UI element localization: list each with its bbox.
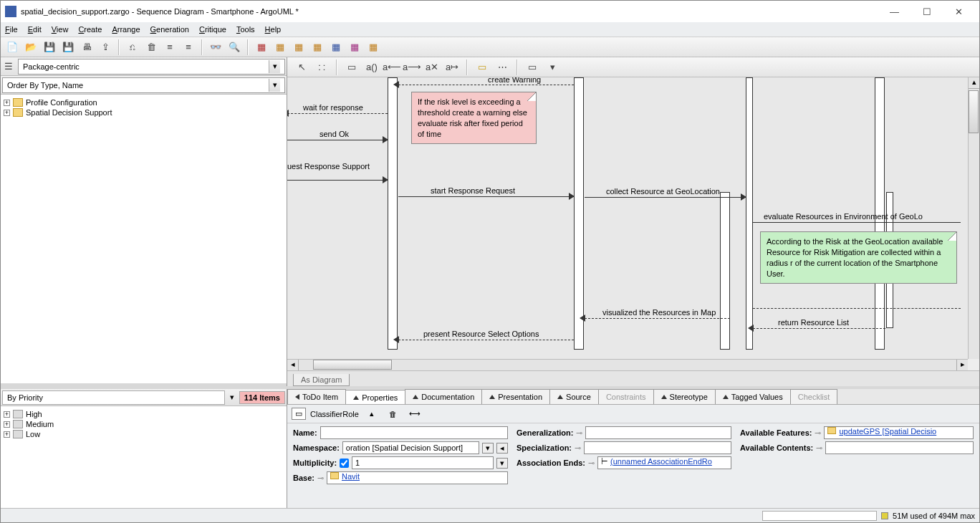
msg-evaluate[interactable]: evaluate Resources in Environment of Geo… [764, 212, 923, 221]
todo-high[interactable]: + High [4, 409, 284, 419]
rect-tool[interactable]: ▭ [524, 59, 541, 75]
msg-destroy-tool[interactable]: a✕ [423, 59, 441, 75]
msg-async-tool[interactable]: a↦ [443, 59, 461, 75]
tab-todo-item[interactable]: ToDo Item [287, 389, 346, 404]
avail-features-field[interactable]: updateGPS [Spatial Decisio [824, 426, 974, 439]
todo-low[interactable]: + Low [4, 429, 284, 439]
canvas-hscroll[interactable]: ◂ ▸ [287, 359, 968, 370]
msg-call-tool[interactable]: a() [363, 59, 380, 75]
menu-edit[interactable]: Edit [28, 25, 42, 34]
minimize-button[interactable]: — [878, 1, 911, 21]
multiplicity-check[interactable] [340, 459, 349, 468]
msg-create-warning[interactable]: create Warning [488, 77, 541, 84]
perspective-combo[interactable]: Package-centric ▾ [18, 59, 285, 75]
undo-button[interactable]: ⎌ [124, 39, 141, 55]
tab-tagged-values[interactable]: Tagged Values [715, 389, 791, 404]
msg-present[interactable]: present Resource Select Options [423, 330, 539, 338]
find-button[interactable]: 👓 [207, 39, 224, 55]
perspective-config-button[interactable]: ☰ [1, 59, 16, 75]
expand-icon[interactable]: + [4, 100, 10, 106]
diag4-button[interactable]: ▦ [309, 39, 326, 55]
namespace-combo[interactable]: oration [Spatial Decision Support] [342, 441, 479, 454]
activation-bar[interactable] [720, 192, 730, 350]
goto-button[interactable]: ⟷ [406, 406, 423, 422]
multiplicity-field[interactable] [352, 456, 494, 469]
activation-bar[interactable] [574, 77, 584, 350]
diag2-button[interactable]: ▦ [272, 39, 289, 55]
save-button[interactable]: 💾 [41, 39, 58, 55]
tab-properties[interactable]: Properties [345, 390, 405, 405]
as-diagram-tab[interactable]: As Diagram [287, 370, 979, 386]
expand-icon[interactable]: + [4, 421, 10, 428]
print-button[interactable]: 🖶 [78, 39, 95, 55]
msg-support[interactable]: uest Response Support [287, 162, 370, 171]
canvas-vscroll[interactable]: ▴ [968, 77, 979, 359]
generalization-field[interactable] [585, 426, 731, 439]
diag3-button[interactable]: ▦ [290, 39, 307, 55]
base-field[interactable]: Navit [327, 471, 508, 484]
tab-stereotype[interactable]: Stereotype [653, 389, 716, 404]
diag7-button[interactable]: ▦ [365, 39, 382, 55]
nav-back-button[interactable]: ≡ [161, 39, 178, 55]
comment-link-tool[interactable]: ⋯ [494, 59, 511, 75]
activation-bar[interactable] [388, 77, 398, 350]
order-combo[interactable]: Order By Type, Name ▾ [2, 77, 285, 93]
msg-return-tool[interactable]: a⟵ [383, 59, 400, 75]
delete-element-button[interactable]: 🗑 [385, 406, 402, 422]
diag1-button[interactable]: ▦ [253, 39, 270, 55]
comment-tool[interactable]: ▭ [474, 59, 491, 75]
sequence-canvas[interactable]: create Warning wait for response send Ok… [287, 77, 968, 359]
menu-help[interactable]: Help [265, 25, 282, 34]
tab-source[interactable]: Source [549, 389, 599, 404]
msg-visualized[interactable]: visualized the Resources in Map [602, 308, 716, 317]
todo-medium[interactable]: + Medium [4, 419, 284, 429]
msg-collect[interactable]: collect Resource at GeoLocation [606, 187, 720, 196]
broom-tool[interactable]: ⸬ [313, 59, 330, 75]
msg-send-ok[interactable]: send Ok [320, 130, 349, 138]
menu-critique[interactable]: Critique [199, 25, 226, 34]
msg-return-list[interactable]: return Resource List [778, 318, 849, 327]
status-progress [762, 511, 877, 521]
menu-file[interactable]: File [5, 25, 18, 34]
delete-button[interactable]: 🗑 [143, 39, 160, 55]
msg-start-response[interactable]: start Response Request [431, 186, 515, 195]
todo-tree[interactable]: + High + Medium + Low [1, 406, 287, 508]
tree-node-profile[interactable]: + Profile Configuration [4, 97, 284, 107]
expand-icon[interactable]: + [4, 431, 10, 438]
msg-create-tool[interactable]: a⟶ [403, 59, 421, 75]
menu-generation[interactable]: Generation [150, 25, 189, 34]
assoc-ends-field[interactable]: ⊢ (unnamed AssociationEndRo [597, 456, 731, 469]
nav-fwd-button[interactable]: ≡ [180, 39, 197, 55]
note-risk-geo[interactable]: According to the Risk at the GeoLocation… [760, 231, 957, 284]
avail-contents-field[interactable] [825, 441, 974, 454]
explorer-tree[interactable]: + Profile Configuration + Spatial Decisi… [1, 95, 287, 386]
classifier-tool[interactable]: ▭ [343, 59, 360, 75]
close-button[interactable]: ✕ [943, 1, 975, 21]
menu-create[interactable]: Create [78, 25, 102, 34]
tab-presentation[interactable]: Presentation [481, 389, 550, 404]
diag6-button[interactable]: ▦ [346, 39, 363, 55]
zoom-button[interactable]: 🔍 [226, 39, 243, 55]
select-tool[interactable]: ↖ [293, 59, 310, 75]
diag5-button[interactable]: ▦ [327, 39, 345, 55]
tab-documentation[interactable]: Documentation [405, 389, 482, 404]
saveall-button[interactable]: 💾 [59, 39, 77, 55]
name-field[interactable] [320, 426, 508, 439]
new-button[interactable]: 📄 [4, 39, 21, 55]
note-risk-warning[interactable]: If the risk level is exceeding a thresho… [411, 92, 537, 144]
export-button[interactable]: ⇪ [97, 39, 114, 55]
menu-tools[interactable]: Tools [236, 25, 255, 34]
expand-icon[interactable]: + [4, 411, 10, 418]
expand-icon[interactable]: + [4, 110, 10, 116]
menu-arrange[interactable]: Arrange [112, 25, 140, 34]
menu-view[interactable]: View [52, 25, 69, 34]
msg-wait[interactable]: wait for response [303, 103, 363, 112]
more-tool[interactable]: ▾ [544, 59, 561, 75]
nav-up-button[interactable]: ▴ [363, 406, 380, 422]
tree-node-sds[interactable]: + Spatial Decision Support [4, 107, 284, 117]
open-button[interactable]: 📂 [22, 39, 39, 55]
maximize-button[interactable]: ☐ [911, 1, 943, 21]
specialization-field[interactable] [584, 441, 731, 454]
todo-by-combo[interactable]: By Priority [2, 390, 225, 405]
activation-bar[interactable] [746, 77, 753, 350]
